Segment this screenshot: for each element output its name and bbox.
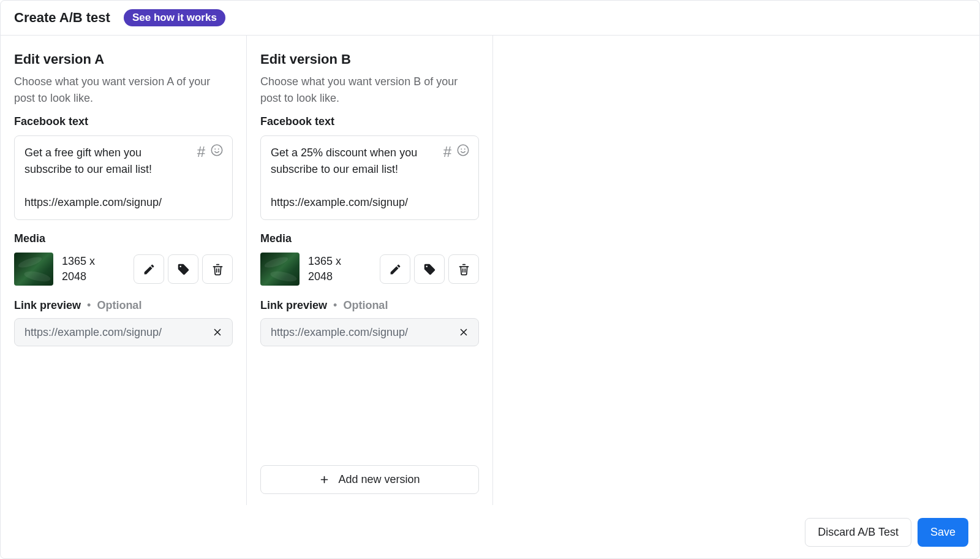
version-a-text-input[interactable]: Get a free gift when you subscribe to ou… [14, 135, 233, 220]
text-tools: # [197, 143, 224, 161]
version-b-text-input[interactable]: Get a 25% discount when you subscribe to… [260, 135, 479, 220]
clear-url-button[interactable] [456, 325, 471, 340]
version-a-thumbnail[interactable] [14, 253, 53, 286]
version-b-desc: Choose what you want version B of your p… [260, 74, 479, 107]
emoji-icon[interactable] [456, 143, 470, 161]
dot-separator: • [333, 299, 337, 311]
delete-media-button[interactable] [448, 254, 479, 284]
version-a-media-row: 1365 x 2048 [14, 253, 233, 286]
version-a-url-field[interactable]: https://example.com/signup/ [14, 318, 233, 346]
version-columns: Edit version A Choose what you want vers… [1, 36, 979, 505]
svg-point-3 [458, 145, 468, 155]
emoji-icon[interactable] [210, 143, 224, 161]
version-a-media-label: Media [14, 232, 233, 245]
dot-separator: • [87, 299, 91, 311]
save-button[interactable]: Save [918, 518, 968, 547]
version-b-text-label: Facebook text [260, 115, 479, 128]
see-how-it-works-badge[interactable]: See how it works [124, 9, 225, 26]
version-b-media-buttons [380, 254, 479, 284]
svg-point-4 [461, 148, 462, 150]
discard-button[interactable]: Discard A/B Test [805, 518, 911, 547]
add-new-version-label: Add new version [338, 473, 420, 486]
version-b-media-row: 1365 x 2048 [260, 253, 479, 286]
text-tools: # [443, 143, 470, 161]
hashtag-icon[interactable]: # [197, 143, 205, 161]
add-new-version-button[interactable]: Add new version [260, 465, 479, 494]
link-preview-text: Link preview [14, 299, 81, 311]
svg-point-2 [218, 148, 219, 150]
version-b-thumbnail[interactable] [260, 253, 300, 286]
version-a-link-label: Link preview • Optional [14, 299, 233, 312]
version-a-text-label: Facebook text [14, 115, 233, 128]
hashtag-icon[interactable]: # [443, 143, 451, 161]
page-header: Create A/B test See how it works [1, 1, 979, 36]
footer: Discard A/B Test Save [1, 505, 979, 559]
version-b-media-label: Media [260, 232, 479, 245]
version-b-link-label: Link preview • Optional [260, 299, 479, 312]
version-a-url-text: https://example.com/signup/ [24, 326, 210, 339]
svg-point-0 [211, 145, 222, 155]
edit-media-button[interactable] [134, 254, 164, 284]
edit-media-button[interactable] [380, 254, 410, 284]
version-a-column: Edit version A Choose what you want vers… [1, 36, 247, 505]
version-b-title: Edit version B [260, 51, 479, 67]
plus-icon [319, 474, 330, 485]
page-title: Create A/B test [14, 10, 110, 26]
svg-point-5 [464, 148, 466, 150]
version-a-media-buttons [134, 254, 233, 284]
version-b-url-text: https://example.com/signup/ [271, 326, 456, 339]
version-a-desc: Choose what you want version A of your p… [14, 74, 233, 107]
version-b-text-content: Get a 25% discount when you subscribe to… [271, 145, 469, 211]
tag-media-button[interactable] [414, 254, 445, 284]
version-a-title: Edit version A [14, 51, 233, 67]
optional-text: Optional [343, 299, 388, 311]
link-preview-text: Link preview [260, 299, 327, 311]
optional-text: Optional [97, 299, 141, 311]
clear-url-button[interactable] [210, 325, 225, 340]
tag-media-button[interactable] [168, 254, 198, 284]
version-b-column: Edit version B Choose what you want vers… [247, 36, 493, 505]
version-b-dimensions: 1365 x 2048 [308, 254, 363, 284]
version-b-url-field[interactable]: https://example.com/signup/ [260, 318, 479, 346]
delete-media-button[interactable] [202, 254, 233, 284]
version-a-dimensions: 1365 x 2048 [62, 254, 117, 284]
svg-point-1 [214, 148, 216, 150]
version-a-text-content: Get a free gift when you subscribe to ou… [24, 145, 222, 211]
